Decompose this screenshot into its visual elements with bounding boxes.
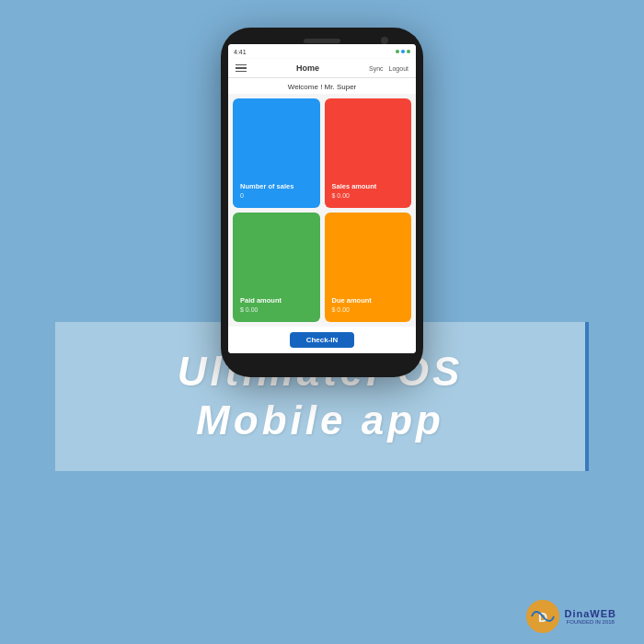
sales-amount-value: $ 0.00 xyxy=(332,192,405,199)
sales-amount-label: Sales amount xyxy=(332,182,405,190)
status-bar: 4:41 xyxy=(228,44,416,59)
checkin-wrapper: Check-IN xyxy=(228,327,416,353)
watermark-text-block: DinaWEB FOUNDED IN 2018 xyxy=(565,608,617,625)
logout-button[interactable]: Logout xyxy=(389,65,408,72)
due-amount-value: $ 0.00 xyxy=(332,306,405,313)
due-amount-card: Due amount $ 0.00 xyxy=(325,213,412,322)
app-header: Home Sync Logout xyxy=(228,59,416,78)
number-of-sales-card: Number of sales 0 xyxy=(233,98,320,208)
phone-mockup: 4:41 Home Sync Logout Welcome ! xyxy=(221,28,423,377)
number-of-sales-label: Number of sales xyxy=(240,182,313,190)
sales-amount-card: Sales amount $ 0.00 xyxy=(325,98,412,208)
phone-speaker xyxy=(304,39,340,43)
watermark-brand: DinaWEB xyxy=(565,608,617,619)
dashboard-cards: Number of sales 0 Sales amount $ 0.00 Pa… xyxy=(228,94,416,327)
checkin-button[interactable]: Check-IN xyxy=(290,332,355,348)
phone-screen: 4:41 Home Sync Logout Welcome ! xyxy=(228,44,416,353)
header-actions: Sync Logout xyxy=(369,65,408,72)
number-of-sales-value: 0 xyxy=(240,192,313,199)
wifi-icon xyxy=(401,50,405,53)
status-icons xyxy=(396,50,410,53)
watermark-logo-icon: D xyxy=(524,598,561,635)
phone-camera xyxy=(381,37,388,44)
sync-button[interactable]: Sync xyxy=(369,65,384,72)
paid-amount-label: Paid amount xyxy=(240,296,313,305)
phone-body: 4:41 Home Sync Logout Welcome ! xyxy=(221,28,423,377)
paid-amount-card: Paid amount $ 0.00 xyxy=(233,213,320,322)
watermark: D DinaWEB FOUNDED IN 2018 xyxy=(524,598,617,635)
app-title-line2: Mobile app xyxy=(83,397,558,445)
welcome-message: Welcome ! Mr. Super xyxy=(228,78,416,94)
header-title: Home xyxy=(296,63,319,73)
battery-icon xyxy=(407,50,410,53)
hamburger-menu[interactable] xyxy=(236,64,247,73)
status-time: 4:41 xyxy=(234,49,247,55)
paid-amount-value: $ 0.00 xyxy=(240,306,313,313)
signal-icon xyxy=(396,50,399,53)
due-amount-label: Due amount xyxy=(332,296,405,305)
watermark-founded: FOUNDED IN 2018 xyxy=(565,619,617,625)
